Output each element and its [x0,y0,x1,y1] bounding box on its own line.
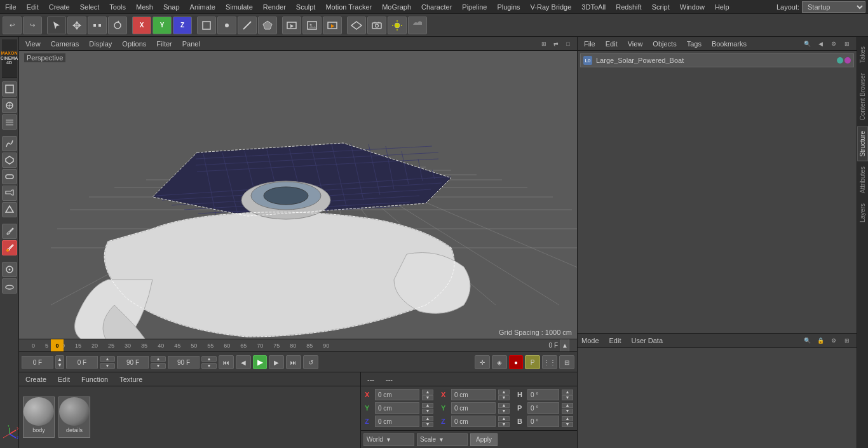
y-size-down[interactable]: ▼ [498,409,510,414]
mat-menu-create[interactable]: Create [23,374,49,384]
workplane-tool-button[interactable] [2,278,17,294]
frame-field-up[interactable]: ▲▼ [55,355,64,369]
rotate-tool-button[interactable] [108,17,127,34]
end-down-btn[interactable]: ▼ [201,363,217,369]
y-pos-down[interactable]: ▼ [422,409,433,414]
tool-mode-button[interactable] [2,81,17,97]
object-mode-button[interactable] [197,17,216,34]
timeline-mode-button[interactable]: ⋮⋮ [542,355,557,369]
visibility-dot[interactable] [837,57,843,64]
menu-mograph[interactable]: MoGraph [377,2,416,12]
vtab-layers[interactable]: Layers [857,199,868,227]
coord-y-size[interactable]: 0 cm [451,402,496,414]
axis-x-button[interactable]: X [132,17,151,34]
viewport-menu-view[interactable]: View [23,39,43,49]
end-up-btn[interactable]: ▲ [201,356,217,362]
render-dot[interactable] [844,57,851,64]
b-down[interactable]: ▼ [562,422,573,427]
attrs-settings-icon[interactable]: ⚙ [828,335,839,346]
obj-settings-icon[interactable]: ⚙ [828,38,839,50]
layer-mode-button[interactable] [2,114,17,130]
menu-create[interactable]: Create [44,2,75,12]
attrs-search-icon[interactable]: 🔍 [801,335,813,346]
menu-mesh[interactable]: Mesh [131,2,158,12]
x-size-down[interactable]: ▼ [498,395,510,400]
vtab-content-browser[interactable]: Content Browser [857,69,868,125]
material-swatch-body[interactable]: body [23,397,55,438]
render-picture-viewer-button[interactable] [302,17,322,34]
coord-h-rot[interactable]: 0 ° [527,389,559,400]
menu-help[interactable]: Help [710,2,735,12]
menu-file[interactable]: File [0,2,22,12]
3d-viewport[interactable]: Perspective Grid Spacing : 1000 cm [19,51,577,339]
camera-tool-button[interactable] [2,186,17,201]
x-pos-down[interactable]: ▼ [422,395,433,400]
obj-menu-view[interactable]: View [625,39,646,49]
menu-plugins[interactable]: Plugins [492,2,525,12]
min-frame-field[interactable]: 0 F [66,356,98,369]
menu-tools[interactable]: Tools [104,2,131,12]
max-frame-field[interactable]: 90 F [117,356,149,369]
menu-snap[interactable]: Snap [158,2,185,12]
vtab-structure[interactable]: Structure [857,126,868,161]
model-tool-button[interactable] [2,153,17,168]
menu-simulate[interactable]: Simulate [220,2,258,12]
viewport-menu-cameras[interactable]: Cameras [48,39,82,49]
floor-button[interactable] [347,17,366,34]
coord-z-size[interactable]: 0 cm [451,416,496,427]
texture-mode-button[interactable] [2,98,17,113]
object-item-boat[interactable]: L0 Large_Solar_Powered_Boat [580,53,854,67]
add-keyframe-button[interactable]: ✛ [475,355,490,369]
start-frame-field[interactable]: 0 F [22,356,53,369]
y-size-up[interactable]: ▲ [498,403,510,408]
apply-button[interactable]: Apply [470,433,498,446]
world-select[interactable]: World ▼ [363,433,414,446]
viewport-menu-filter[interactable]: Filter [154,39,174,49]
brush-tool-button[interactable] [2,224,17,239]
b-up[interactable]: ▲ [562,416,573,421]
vtab-attributes[interactable]: Attributes [857,162,868,198]
redo-button[interactable]: ↪ [23,17,42,34]
z-pos-up[interactable]: ▲ [422,416,433,421]
max-up-btn[interactable]: ▲ [151,356,166,362]
auto-keyframe-button[interactable]: P [525,355,540,369]
min-up-btn[interactable]: ▲ [100,356,115,362]
environment-tool-button[interactable] [2,202,17,217]
vtab-takes[interactable]: Takes [857,42,868,67]
scale-tool-button[interactable] [88,17,107,34]
menu-window[interactable]: Window [675,2,710,12]
end-frame-up-btn[interactable]: ▲ [560,339,569,352]
obj-search-icon[interactable]: 🔍 [801,38,813,50]
attrs-expand-icon[interactable]: ⊞ [841,335,853,346]
menu-redshift[interactable]: Redshift [611,2,646,12]
min-down-btn[interactable]: ▼ [100,363,115,369]
obj-expand-icon[interactable]: ⊞ [841,38,853,50]
next-frame-button[interactable]: ▶ [269,355,284,369]
obj-menu-tags[interactable]: Tags [684,39,704,49]
mat-menu-edit[interactable]: Edit [55,374,72,384]
menu-edit[interactable]: Edit [22,2,44,12]
go-to-start-button[interactable]: ⏮ [219,355,234,369]
sky-button[interactable] [408,17,427,34]
coord-y-pos[interactable]: 0 cm [375,402,419,414]
coord-x-pos[interactable]: 0 cm [375,389,419,400]
render-view-button[interactable] [282,17,301,34]
loop-button[interactable]: ↺ [303,355,318,369]
obj-menu-file[interactable]: File [581,39,598,49]
viewport-menu-options[interactable]: Options [119,39,149,49]
viewport-swap-icon[interactable]: ⇄ [551,39,561,49]
prev-frame-button[interactable]: ◀ [236,355,251,369]
keyframe-selection-button[interactable]: ◈ [492,355,507,369]
play-button[interactable]: ▶ [253,355,267,369]
obj-menu-bookmarks[interactable]: Bookmarks [709,39,749,49]
record-button[interactable]: ● [509,355,523,369]
h-up[interactable]: ▲ [562,390,573,395]
p-down[interactable]: ▼ [562,409,573,414]
viewport-menu-display[interactable]: Display [86,39,114,49]
go-to-end-button[interactable]: ⏭ [286,355,301,369]
menu-render[interactable]: Render [258,2,291,12]
menu-motion-tracker[interactable]: Motion Tracker [320,2,377,12]
p-up[interactable]: ▲ [562,403,573,408]
point-mode-button[interactable] [217,17,236,34]
end-frame-field[interactable]: 90 F [168,356,200,369]
